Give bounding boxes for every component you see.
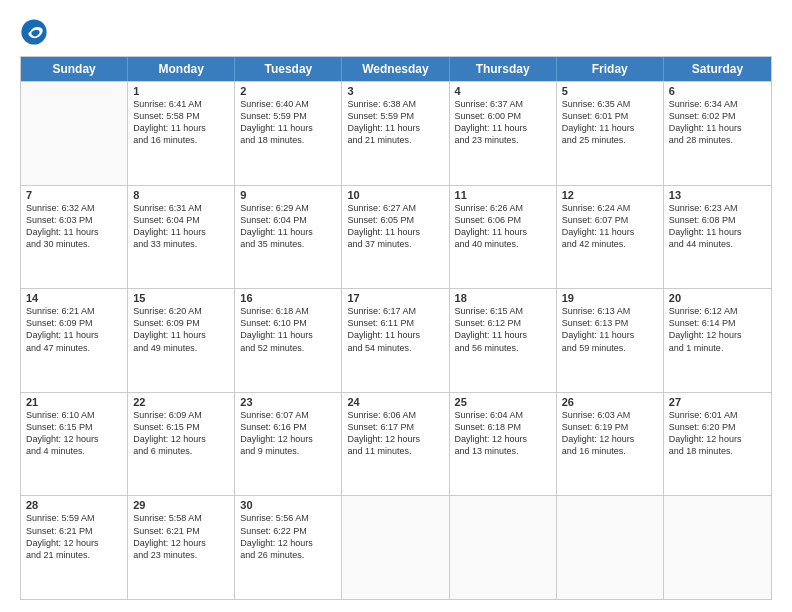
weekday-header-sunday: Sunday xyxy=(21,57,128,81)
day-info: Sunrise: 6:41 AM Sunset: 5:58 PM Dayligh… xyxy=(133,98,229,147)
day-number: 1 xyxy=(133,85,229,97)
weekday-header-friday: Friday xyxy=(557,57,664,81)
day-info: Sunrise: 6:23 AM Sunset: 6:08 PM Dayligh… xyxy=(669,202,766,251)
day-info: Sunrise: 6:31 AM Sunset: 6:04 PM Dayligh… xyxy=(133,202,229,251)
day-info: Sunrise: 6:34 AM Sunset: 6:02 PM Dayligh… xyxy=(669,98,766,147)
calendar-row-1: 1Sunrise: 6:41 AM Sunset: 5:58 PM Daylig… xyxy=(21,81,771,185)
day-info: Sunrise: 6:10 AM Sunset: 6:15 PM Dayligh… xyxy=(26,409,122,458)
day-cell-22: 22Sunrise: 6:09 AM Sunset: 6:15 PM Dayli… xyxy=(128,393,235,496)
day-cell-14: 14Sunrise: 6:21 AM Sunset: 6:09 PM Dayli… xyxy=(21,289,128,392)
day-cell-23: 23Sunrise: 6:07 AM Sunset: 6:16 PM Dayli… xyxy=(235,393,342,496)
day-info: Sunrise: 6:26 AM Sunset: 6:06 PM Dayligh… xyxy=(455,202,551,251)
day-number: 16 xyxy=(240,292,336,304)
day-number: 23 xyxy=(240,396,336,408)
day-info: Sunrise: 6:38 AM Sunset: 5:59 PM Dayligh… xyxy=(347,98,443,147)
day-number: 9 xyxy=(240,189,336,201)
day-cell-26: 26Sunrise: 6:03 AM Sunset: 6:19 PM Dayli… xyxy=(557,393,664,496)
day-info: Sunrise: 6:20 AM Sunset: 6:09 PM Dayligh… xyxy=(133,305,229,354)
day-cell-8: 8Sunrise: 6:31 AM Sunset: 6:04 PM Daylig… xyxy=(128,186,235,289)
day-number: 20 xyxy=(669,292,766,304)
day-number: 18 xyxy=(455,292,551,304)
day-cell-6: 6Sunrise: 6:34 AM Sunset: 6:02 PM Daylig… xyxy=(664,82,771,185)
day-cell-empty-4-3 xyxy=(342,496,449,599)
day-number: 13 xyxy=(669,189,766,201)
day-cell-empty-4-5 xyxy=(557,496,664,599)
day-number: 22 xyxy=(133,396,229,408)
day-cell-17: 17Sunrise: 6:17 AM Sunset: 6:11 PM Dayli… xyxy=(342,289,449,392)
day-cell-12: 12Sunrise: 6:24 AM Sunset: 6:07 PM Dayli… xyxy=(557,186,664,289)
day-info: Sunrise: 5:58 AM Sunset: 6:21 PM Dayligh… xyxy=(133,512,229,561)
calendar-row-5: 28Sunrise: 5:59 AM Sunset: 6:21 PM Dayli… xyxy=(21,495,771,599)
day-number: 25 xyxy=(455,396,551,408)
day-info: Sunrise: 6:01 AM Sunset: 6:20 PM Dayligh… xyxy=(669,409,766,458)
day-info: Sunrise: 6:12 AM Sunset: 6:14 PM Dayligh… xyxy=(669,305,766,354)
day-cell-10: 10Sunrise: 6:27 AM Sunset: 6:05 PM Dayli… xyxy=(342,186,449,289)
day-number: 8 xyxy=(133,189,229,201)
day-info: Sunrise: 6:09 AM Sunset: 6:15 PM Dayligh… xyxy=(133,409,229,458)
day-cell-27: 27Sunrise: 6:01 AM Sunset: 6:20 PM Dayli… xyxy=(664,393,771,496)
day-info: Sunrise: 6:04 AM Sunset: 6:18 PM Dayligh… xyxy=(455,409,551,458)
day-cell-empty-4-6 xyxy=(664,496,771,599)
weekday-header-saturday: Saturday xyxy=(664,57,771,81)
day-info: Sunrise: 6:15 AM Sunset: 6:12 PM Dayligh… xyxy=(455,305,551,354)
day-info: Sunrise: 6:32 AM Sunset: 6:03 PM Dayligh… xyxy=(26,202,122,251)
day-number: 14 xyxy=(26,292,122,304)
page: SundayMondayTuesdayWednesdayThursdayFrid… xyxy=(0,0,792,612)
day-info: Sunrise: 6:13 AM Sunset: 6:13 PM Dayligh… xyxy=(562,305,658,354)
calendar-row-3: 14Sunrise: 6:21 AM Sunset: 6:09 PM Dayli… xyxy=(21,288,771,392)
day-number: 30 xyxy=(240,499,336,511)
day-cell-24: 24Sunrise: 6:06 AM Sunset: 6:17 PM Dayli… xyxy=(342,393,449,496)
day-info: Sunrise: 6:27 AM Sunset: 6:05 PM Dayligh… xyxy=(347,202,443,251)
day-cell-4: 4Sunrise: 6:37 AM Sunset: 6:00 PM Daylig… xyxy=(450,82,557,185)
day-number: 5 xyxy=(562,85,658,97)
day-number: 19 xyxy=(562,292,658,304)
calendar-header: SundayMondayTuesdayWednesdayThursdayFrid… xyxy=(21,57,771,81)
day-number: 4 xyxy=(455,85,551,97)
day-cell-13: 13Sunrise: 6:23 AM Sunset: 6:08 PM Dayli… xyxy=(664,186,771,289)
day-cell-25: 25Sunrise: 6:04 AM Sunset: 6:18 PM Dayli… xyxy=(450,393,557,496)
day-info: Sunrise: 6:35 AM Sunset: 6:01 PM Dayligh… xyxy=(562,98,658,147)
day-info: Sunrise: 6:07 AM Sunset: 6:16 PM Dayligh… xyxy=(240,409,336,458)
day-cell-16: 16Sunrise: 6:18 AM Sunset: 6:10 PM Dayli… xyxy=(235,289,342,392)
day-info: Sunrise: 6:37 AM Sunset: 6:00 PM Dayligh… xyxy=(455,98,551,147)
day-cell-30: 30Sunrise: 5:56 AM Sunset: 6:22 PM Dayli… xyxy=(235,496,342,599)
day-number: 15 xyxy=(133,292,229,304)
logo-icon xyxy=(20,18,48,46)
calendar-row-2: 7Sunrise: 6:32 AM Sunset: 6:03 PM Daylig… xyxy=(21,185,771,289)
day-cell-5: 5Sunrise: 6:35 AM Sunset: 6:01 PM Daylig… xyxy=(557,82,664,185)
day-number: 12 xyxy=(562,189,658,201)
calendar: SundayMondayTuesdayWednesdayThursdayFrid… xyxy=(20,56,772,600)
day-info: Sunrise: 6:21 AM Sunset: 6:09 PM Dayligh… xyxy=(26,305,122,354)
day-cell-11: 11Sunrise: 6:26 AM Sunset: 6:06 PM Dayli… xyxy=(450,186,557,289)
day-cell-15: 15Sunrise: 6:20 AM Sunset: 6:09 PM Dayli… xyxy=(128,289,235,392)
day-cell-1: 1Sunrise: 6:41 AM Sunset: 5:58 PM Daylig… xyxy=(128,82,235,185)
day-number: 7 xyxy=(26,189,122,201)
calendar-body: 1Sunrise: 6:41 AM Sunset: 5:58 PM Daylig… xyxy=(21,81,771,599)
day-number: 10 xyxy=(347,189,443,201)
day-cell-19: 19Sunrise: 6:13 AM Sunset: 6:13 PM Dayli… xyxy=(557,289,664,392)
weekday-header-monday: Monday xyxy=(128,57,235,81)
day-cell-3: 3Sunrise: 6:38 AM Sunset: 5:59 PM Daylig… xyxy=(342,82,449,185)
logo xyxy=(20,18,52,46)
day-number: 2 xyxy=(240,85,336,97)
day-number: 24 xyxy=(347,396,443,408)
header xyxy=(20,18,772,46)
day-info: Sunrise: 5:56 AM Sunset: 6:22 PM Dayligh… xyxy=(240,512,336,561)
day-cell-29: 29Sunrise: 5:58 AM Sunset: 6:21 PM Dayli… xyxy=(128,496,235,599)
day-number: 6 xyxy=(669,85,766,97)
day-info: Sunrise: 6:06 AM Sunset: 6:17 PM Dayligh… xyxy=(347,409,443,458)
weekday-header-wednesday: Wednesday xyxy=(342,57,449,81)
day-info: Sunrise: 6:18 AM Sunset: 6:10 PM Dayligh… xyxy=(240,305,336,354)
day-cell-7: 7Sunrise: 6:32 AM Sunset: 6:03 PM Daylig… xyxy=(21,186,128,289)
day-number: 11 xyxy=(455,189,551,201)
day-cell-empty-0-0 xyxy=(21,82,128,185)
weekday-header-thursday: Thursday xyxy=(450,57,557,81)
calendar-row-4: 21Sunrise: 6:10 AM Sunset: 6:15 PM Dayli… xyxy=(21,392,771,496)
weekday-header-tuesday: Tuesday xyxy=(235,57,342,81)
day-number: 26 xyxy=(562,396,658,408)
day-number: 28 xyxy=(26,499,122,511)
day-cell-28: 28Sunrise: 5:59 AM Sunset: 6:21 PM Dayli… xyxy=(21,496,128,599)
day-info: Sunrise: 5:59 AM Sunset: 6:21 PM Dayligh… xyxy=(26,512,122,561)
day-cell-2: 2Sunrise: 6:40 AM Sunset: 5:59 PM Daylig… xyxy=(235,82,342,185)
day-number: 21 xyxy=(26,396,122,408)
